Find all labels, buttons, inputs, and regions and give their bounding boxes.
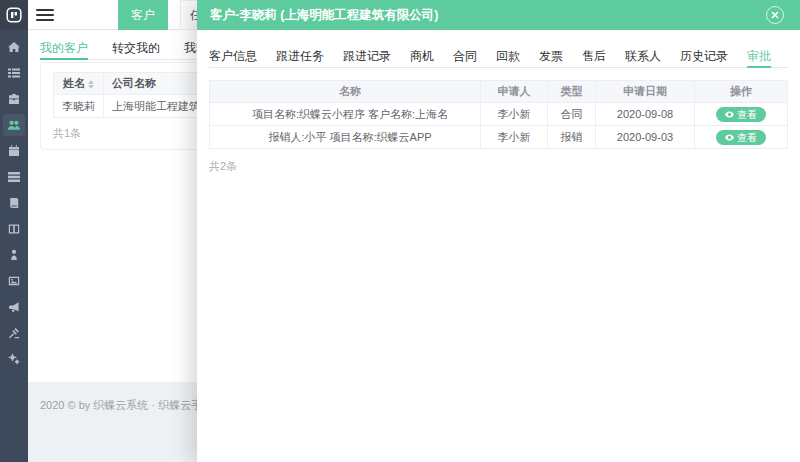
gavel-icon [8,327,20,339]
nav-gavel[interactable] [3,322,25,344]
briefcase-icon [8,93,20,105]
column-header-name[interactable]: 姓名 [54,73,104,95]
server-icon [8,171,20,183]
nav-announce[interactable] [3,296,25,318]
eye-icon [725,111,734,118]
tab-contacts[interactable]: 联系人 [625,46,661,68]
tab-my-customers[interactable]: 我的客户 [40,38,88,60]
users-icon [8,119,20,131]
nav-calendar[interactable] [3,140,25,162]
calendar-icon [8,145,20,157]
table-row: 报销人:小平 项目名称:织蝶云APP 李小新 报销 2020-09-03 查看 [210,126,788,149]
nav-server[interactable] [3,166,25,188]
view-button[interactable]: 查看 [716,130,766,145]
megaphone-icon [8,301,20,313]
column-header-actions: 操作 [695,81,788,103]
tab-opportunities[interactable]: 商机 [410,46,434,68]
tab-payments[interactable]: 回款 [496,46,520,68]
tab-transferred-to-me[interactable]: 转交我的 [112,38,160,60]
customer-detail-drawer: 客户-李晓莉 (上海明能工程建筑有限公司) 客户信息 跟进任务 跟进记录 商机 … [197,0,800,462]
tab-contracts[interactable]: 合同 [453,46,477,68]
nav-list[interactable] [3,62,25,84]
approval-title-cell: 项目名称:织蝶云小程序 客户名称:上海名 [210,103,481,126]
approvals-table: 名称 申请人 类型 申请日期 操作 项目名称:织蝶云小程序 客户名称:上海名 李… [209,80,788,149]
close-button[interactable] [766,6,784,24]
nav-customers[interactable] [3,114,25,136]
drawer-title: 客户-李晓莉 (上海明能工程建筑有限公司) [210,7,438,24]
drawer-header: 客户-李晓莉 (上海明能工程建筑有限公司) [197,0,800,30]
type-cell: 报销 [548,126,596,149]
image-icon [8,275,20,287]
approval-title-cell: 报销人:小平 项目名称:织蝶云APP [210,126,481,149]
table-row: 项目名称:织蝶云小程序 客户名称:上海名 李小新 合同 2020-09-08 查… [210,103,788,126]
view-button[interactable]: 查看 [716,107,766,122]
tab-history[interactable]: 历史记录 [680,46,728,68]
tab-approvals[interactable]: 审批 [747,46,771,68]
book-icon [8,197,20,209]
date-cell: 2020-09-03 [596,126,695,149]
person-icon [8,249,20,261]
nav-person[interactable] [3,244,25,266]
date-cell: 2020-09-08 [596,103,695,126]
drawer-tabs: 客户信息 跟进任务 跟进记录 商机 合同 回款 发票 售后 联系人 历史记录 审… [209,46,788,68]
column-header-date: 申请日期 [596,81,695,103]
topbar-tab-customers[interactable]: 客户 [118,0,168,30]
nav-home[interactable] [3,36,25,58]
actions-cell: 查看 [695,126,788,149]
close-icon [771,11,779,19]
column-header-applicant: 申请人 [481,81,548,103]
nav-gallery[interactable] [3,270,25,292]
gears-icon [8,353,20,365]
app-root: 客户 任务 我的客户 转交我的 我转交的 姓名 公司名称 [0,0,800,462]
home-icon [8,41,20,53]
sort-icon[interactable] [88,80,94,89]
list-icon [8,67,20,79]
applicant-cell: 李小新 [481,103,548,126]
sidebar-nav [0,30,28,374]
tab-customer-info[interactable]: 客户信息 [209,46,257,68]
menu-toggle-button[interactable] [36,7,54,23]
nav-book[interactable] [3,192,25,214]
sidebar [0,0,28,462]
tab-after-sales[interactable]: 售后 [582,46,606,68]
eye-icon [725,134,734,141]
logo-icon [6,7,22,23]
applicant-cell: 李小新 [481,126,548,149]
approvals-total-count: 共2条 [209,159,800,174]
nav-projects[interactable] [3,88,25,110]
nav-settings[interactable] [3,348,25,370]
nav-kanban[interactable] [3,218,25,240]
tab-follow-tasks[interactable]: 跟进任务 [276,46,324,68]
app-logo[interactable] [0,0,28,30]
column-header-type: 类型 [548,81,596,103]
type-cell: 合同 [548,103,596,126]
tab-follow-records[interactable]: 跟进记录 [343,46,391,68]
actions-cell: 查看 [695,103,788,126]
customer-name-cell: 李晓莉 [54,95,104,118]
columns-icon [8,223,20,235]
column-header-title: 名称 [210,81,481,103]
tab-invoices[interactable]: 发票 [539,46,563,68]
